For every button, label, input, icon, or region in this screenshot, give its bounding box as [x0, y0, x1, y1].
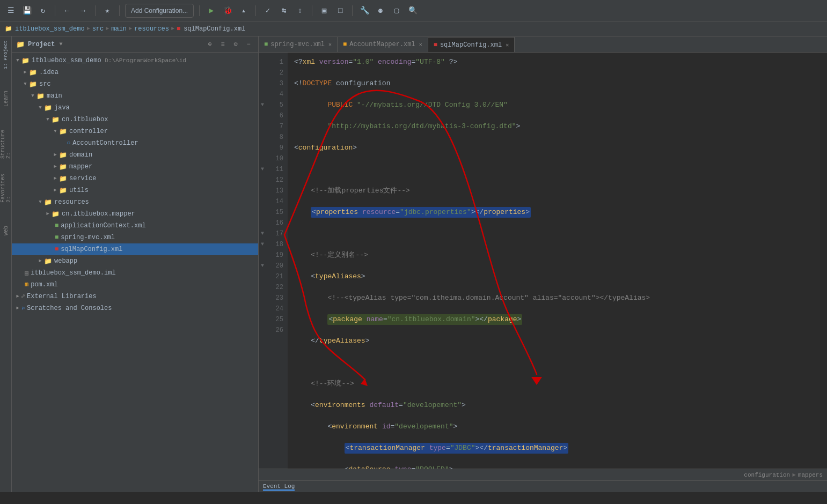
tabs-bar: ■ spring-mvc.xml ✕ ■ AccountMapper.xml ✕…	[259, 36, 827, 53]
tree-item-src[interactable]: ▼ 📁 src	[12, 78, 258, 90]
tab-close-spring-mvc[interactable]: ✕	[328, 41, 332, 48]
toolbar-wrench-icon[interactable]: 🔧	[358, 4, 371, 17]
breadcrumb-resources[interactable]: resources	[134, 25, 169, 33]
toolbar-save-icon[interactable]: 💾	[20, 4, 33, 17]
breadcrumb-file[interactable]: ■ sqlMapConfig.xml	[177, 25, 245, 33]
toolbar-run-icon[interactable]: ▶	[205, 4, 218, 17]
tab-label-spring-mvc: spring-mvc.xml	[270, 41, 325, 48]
tree-label-webapp: webapp	[54, 257, 77, 265]
breadcrumb-sep-1: ►	[87, 26, 90, 32]
tree-item-iml[interactable]: ▤ itbluebox_ssm_demo.iml	[12, 267, 258, 279]
tree-item-resources[interactable]: ▼ 📁 resources	[12, 196, 258, 208]
fold-gutter: ▼ ▼ ▼ ▼ ▼	[259, 53, 266, 469]
status-breadcrumb: configuration ► mappers	[744, 472, 823, 478]
tree-arrow-java: ▼	[36, 104, 44, 112]
tree-item-utils[interactable]: ► 📁 utils	[12, 184, 258, 196]
breadcrumb-src[interactable]: src	[92, 25, 104, 33]
breadcrumb-sep-2: ►	[106, 26, 109, 32]
panel-dropdown-icon[interactable]: ▼	[59, 41, 62, 47]
toolbar-search-icon[interactable]: 🔍	[406, 4, 419, 17]
toolbar-debug-icon[interactable]: 🐞	[221, 4, 234, 17]
toolbar-back-icon[interactable]: ←	[61, 4, 74, 17]
toolbar-bookmark-icon[interactable]: ★	[101, 4, 114, 17]
code-line-3: PUBLIC "-//mybatis.org//DTD Config 3.0//…	[294, 100, 823, 110]
tree-item-webapp[interactable]: ► 📁 webapp	[12, 255, 258, 267]
favorites-tab[interactable]: 2: Favorites	[1, 171, 11, 203]
tree-arrow-scratches: ►	[14, 305, 21, 312]
tab-close-sqlmapconfig[interactable]: ✕	[506, 42, 509, 48]
tree-item-mapper-res[interactable]: ► 📁 cn.itbluebox.mapper	[12, 208, 258, 220]
toolbar-coverage-icon[interactable]: ▴	[237, 4, 250, 17]
toolbar-window-icon[interactable]: ▢	[390, 4, 403, 17]
tree-item-scratches[interactable]: ► ⚐ Scratches and Consoles	[12, 302, 258, 314]
code-content[interactable]: <?xml version="1.0" encoding="UTF-8" ?> …	[288, 53, 827, 469]
tree-icon-accountcontroller: ○	[67, 139, 70, 147]
tree-item-pom[interactable]: m pom.xml	[12, 279, 258, 291]
panel-collapse-btn[interactable]: ≡	[217, 39, 228, 50]
code-line-1: <?xml version="1.0" encoding="UTF-8" ?>	[294, 57, 823, 68]
tree-icon-sqlmapconfig: ■	[55, 246, 58, 253]
tree-icon-utils: 📁	[59, 187, 67, 195]
status-breadcrumb-sep: ►	[792, 472, 796, 478]
tree-icon-cn: 📁	[52, 116, 60, 124]
tree-item-domain[interactable]: ► 📁 domain	[12, 149, 258, 161]
tab-spring-mvc[interactable]: ■ spring-mvc.xml ✕	[259, 37, 338, 52]
tree-icon-iml: ▤	[25, 269, 28, 277]
tree-label-mapper: mapper	[69, 163, 92, 171]
tree-item-main[interactable]: ▼ 📁 main	[12, 90, 258, 102]
tree-item-accountcontroller[interactable]: ○ AccountController	[12, 137, 258, 149]
panel-close-btn[interactable]: −	[243, 39, 254, 50]
toolbar-menu-icon[interactable]: ☰	[4, 4, 17, 17]
tree-label-utils: utils	[69, 187, 89, 194]
toolbar-layers-icon[interactable]: ⚉	[374, 4, 387, 17]
breadcrumb-icon: 📁	[4, 25, 13, 33]
project-tab[interactable]: 1: Project	[1, 39, 11, 71]
breadcrumb-project[interactable]: itbluebox_ssm_demo	[15, 25, 85, 33]
breadcrumb-sep-4: ►	[171, 26, 174, 32]
status-bar: configuration ► mappers	[259, 469, 827, 480]
structure-tab[interactable]: Z: Structure	[1, 127, 11, 159]
tree-item-mapper[interactable]: ► 📁 mapper	[12, 161, 258, 173]
toolbar-git-icon[interactable]: ✓	[261, 4, 274, 17]
panel-settings-btn[interactable]: ⚙	[230, 39, 241, 50]
tree-arrow-root: ▼	[14, 57, 21, 64]
tree-item-root[interactable]: ▼ 📁 itbluebox_ssm_demo D:\AProgramWorkSp…	[12, 55, 258, 66]
tree-icon-main: 📁	[36, 92, 45, 100]
tree-arrow-ext-lib: ►	[14, 293, 21, 300]
tree-arrow-domain: ►	[52, 151, 59, 159]
toolbar-screen-icon[interactable]: □	[334, 4, 347, 17]
tab-accountmapper[interactable]: ■ AccountMapper.xml ✕	[338, 37, 428, 52]
tree-item-cn[interactable]: ▼ 📁 cn.itbluebox	[12, 114, 258, 125]
panel-header: 📁 Project ▼ ⊕ ≡ ⚙ −	[12, 36, 258, 53]
tab-sqlmapconfig[interactable]: ■ sqlMapConfig.xml ✕	[428, 37, 515, 52]
tree-item-ext-lib[interactable]: ► ☍ External Libraries	[12, 291, 258, 302]
learn-tab[interactable]: Learn	[1, 83, 11, 115]
toolbar-push-icon[interactable]: ⇧	[294, 4, 306, 17]
panel-header-actions: ⊕ ≡ ⚙ −	[204, 39, 254, 50]
toolbar-forward-icon[interactable]: →	[77, 4, 90, 17]
tree-arrow-resources: ▼	[36, 198, 44, 206]
tree-item-java[interactable]: ▼ 📁 java	[12, 102, 258, 114]
breadcrumb-main-label: main	[111, 25, 127, 33]
bottom-tabs: Event Log	[259, 480, 827, 492]
run-config-button[interactable]: Add Configuration...	[125, 4, 194, 18]
toolbar-commit-icon[interactable]: ↹	[277, 4, 290, 17]
tree-item-spring-mvc[interactable]: ■ spring-mvc.xml	[12, 232, 258, 243]
tree-item-idea[interactable]: ► 📁 .idea	[12, 66, 258, 78]
tree-label-root: itbluebox_ssm_demo	[32, 57, 101, 64]
toolbar-refresh-icon[interactable]: ↻	[36, 4, 49, 17]
panel-locate-btn[interactable]: ⊕	[204, 39, 215, 50]
tree-item-appcontext[interactable]: ■ applicationContext.xml	[12, 220, 258, 232]
breadcrumb-main[interactable]: main	[111, 25, 127, 33]
toolbar-sep-1	[55, 5, 55, 16]
web-tab[interactable]: Web	[1, 214, 11, 247]
toolbar-sep-5	[255, 5, 256, 16]
tab-icon-accountmapper: ■	[343, 41, 347, 48]
tree-item-controller[interactable]: ▼ 📁 controller	[12, 125, 258, 137]
tab-close-accountmapper[interactable]: ✕	[419, 41, 422, 48]
code-line-20: <dataSource type="POOLED">	[294, 464, 823, 469]
toolbar-device-icon[interactable]: ▣	[318, 4, 331, 17]
bottom-tab-eventlog[interactable]: Event Log	[263, 483, 295, 491]
tree-item-service[interactable]: ► 📁 service	[12, 173, 258, 184]
tree-item-sqlmapconfig[interactable]: ■ sqlMapConfig.xml	[12, 243, 258, 255]
